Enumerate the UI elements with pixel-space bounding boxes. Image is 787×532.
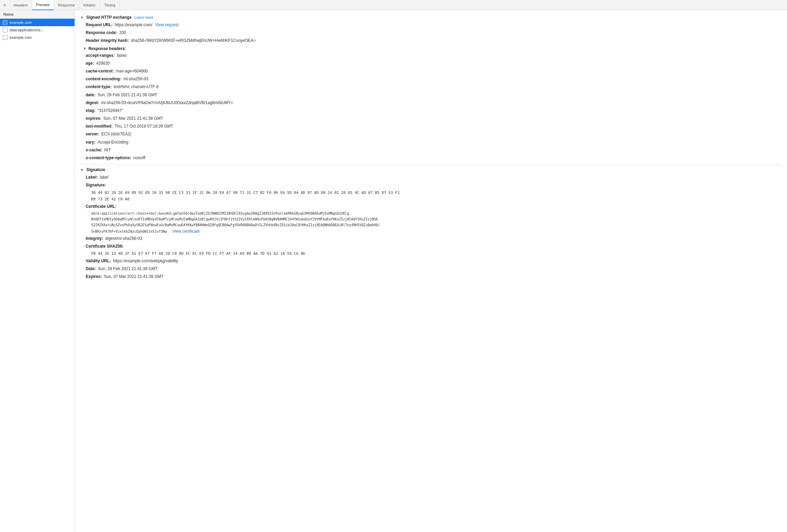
content-panel: ▼ Signed HTTP exchange Learn more Reques… (75, 10, 787, 532)
main-layout: Name example.com data:application/ce... … (0, 10, 787, 532)
sidebar-item-data-app[interactable]: data:application/ce... (0, 26, 74, 34)
response-header-item: content-type:text/html; charset=UTF-8 (80, 83, 782, 91)
learn-more-link[interactable]: Learn more (134, 15, 153, 19)
header-integrity-row: Header integrity hash: sha256-/IWdYDKW66… (80, 37, 782, 45)
file-icon-3 (3, 35, 7, 40)
response-header-item: server:ECS (dcb/7EA2) (80, 130, 782, 138)
signature-label-row: Label: label (80, 173, 782, 181)
response-header-item: date:Sun, 28 Feb 2021 21:41:38 GMT (80, 91, 782, 99)
response-headers-header: ▼ Response headers: (80, 45, 782, 52)
response-headers-list: accept-ranges:bytesage:428635cache-contr… (80, 52, 782, 162)
preview-content: ▼ Signed HTTP exchange Learn more Reques… (75, 10, 787, 283)
response-header-item: age:428635 (80, 60, 782, 67)
tab-timing[interactable]: Timing (100, 0, 120, 10)
tab-close-button[interactable]: × (1, 2, 8, 9)
response-header-item: digest:mi-sha256-03=kcwVP6aOwYmA/j9JbUU0… (80, 99, 782, 107)
request-url-row: Request URL: https://example.com/ View r… (80, 21, 782, 29)
tab-headers[interactable]: Headers (10, 0, 32, 10)
expires-row: Expires: Sun, 07 Mar 2021 21:41:38 GMT (80, 273, 782, 281)
section-divider-1 (80, 163, 782, 164)
cert-url-line-2: B4XDTIxMDIyODAwMTcyNloxDTIxMDUyOTAwMTcyN… (80, 216, 782, 222)
signature-hex-1: 30 44 02 20 26 A9 89 92 ED 10 33 98 CE C… (80, 189, 782, 196)
response-header-item: content-encoding:mi-sha256-03 (80, 75, 782, 83)
response-header-item: cache-control:max-age=604800 (80, 67, 782, 75)
signature-toggle[interactable]: ▼ (80, 168, 84, 172)
file-icon-2 (3, 28, 7, 32)
tab-response[interactable]: Response (54, 0, 80, 10)
response-header-item: x-content-type-options:nosniff (80, 154, 782, 162)
tab-preview[interactable]: Preview (32, 0, 54, 10)
cert-sha256-value: FB 44 26 13 48 2F A1 E7 67 F7 68 2D C0 8… (80, 250, 782, 257)
cert-url-line-3: 52IHZXAxtuNiSZvoPkOaXySR2ESqFNnwEuU/BaMs… (80, 222, 782, 228)
sidebar-item-example-com-1[interactable]: example.com (0, 19, 74, 26)
signature-field-row: Signature: (80, 181, 782, 189)
cert-sha256-label-row: Certificate SHA256: (80, 243, 782, 250)
file-icon-1 (3, 20, 7, 25)
validity-url-row: Validity URL: https://example.com/webpkg… (80, 257, 782, 265)
cert-url-line-1: data:application/cert-chain+cbor;base64,… (80, 211, 782, 216)
view-certificate-link[interactable]: View certificate (172, 228, 200, 234)
response-header-item: vary:Accept-Encoding (80, 138, 782, 146)
signature-section-header: ▼ Signature (80, 165, 782, 173)
response-header-item: last-modified:Thu, 17 Oct 2019 07:18:26 … (80, 122, 782, 130)
sidebar-item-example-com-2[interactable]: example.com (0, 34, 74, 41)
response-header-item: expires:Sun, 07 Mar 2021 21:41:38 GMT (80, 115, 782, 122)
response-headers-toggle[interactable]: ▼ (83, 47, 86, 50)
response-header-item: x-cache:HIT (80, 146, 782, 154)
cert-url-line-4: 5nBHzvFK7KF+VzxtkbZNzcEpkdW1teS1vY3Nw Vi… (80, 228, 782, 235)
sidebar-header: Name (0, 10, 74, 19)
signed-exchange-header: ▼ Signed HTTP exchange Learn more (80, 13, 782, 21)
response-header-item: accept-ranges:bytes (80, 52, 782, 60)
date-row: Date: Sun, 28 Feb 2021 21:41:38 GMT (80, 265, 782, 273)
cert-url-field-row: Certificate URL: (80, 203, 782, 211)
integrity-row: Integrity: digest/mi-sha256-03 (80, 235, 782, 243)
response-code-row: Response code: 200 (80, 29, 782, 37)
tab-bar: × Headers Preview Response Initiator Tim… (0, 0, 787, 10)
response-header-item: etag:"3147526947" (80, 107, 782, 115)
signed-exchange-toggle[interactable]: ▼ (80, 16, 84, 19)
tab-initiator[interactable]: Initiator (79, 0, 100, 10)
view-request-link[interactable]: View request (155, 22, 179, 28)
sidebar: Name example.com data:application/ce... … (0, 10, 75, 532)
signature-hex-2: B9 73 2E 42 C0 A0 (80, 196, 782, 203)
